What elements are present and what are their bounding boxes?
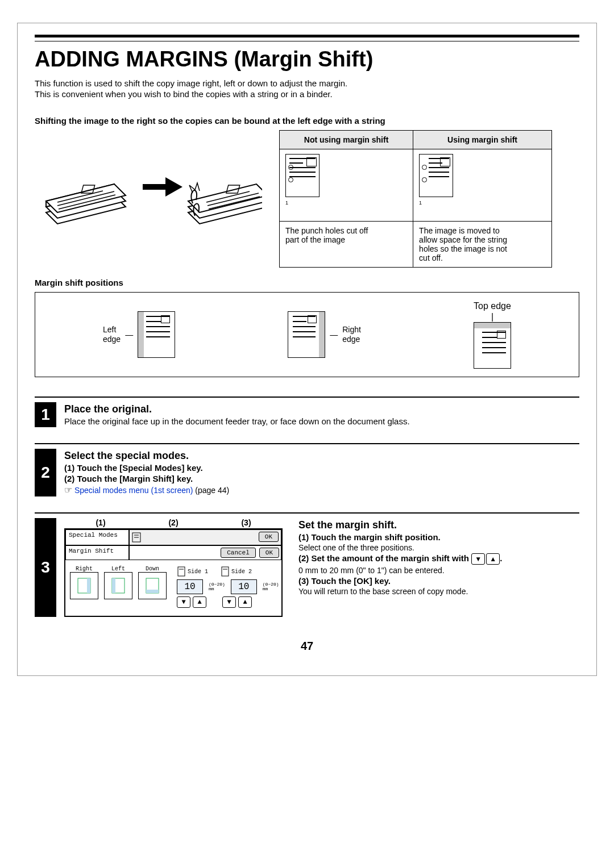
using-caption-l4: cut off. bbox=[419, 253, 443, 262]
pos-doc-right bbox=[288, 311, 325, 358]
callout-3: (3) bbox=[241, 518, 251, 527]
step-1-title: Place the original. bbox=[64, 403, 579, 415]
side2-up-button[interactable]: ▲ bbox=[238, 596, 252, 608]
intro-line-2: This is convenient when you wish to bind… bbox=[35, 89, 579, 99]
pos-right-l2: edge bbox=[342, 335, 360, 344]
doc-icon-with-shift bbox=[419, 154, 453, 197]
pos-doc-top bbox=[474, 322, 511, 369]
step-1-body: Place the original face up in the docume… bbox=[64, 416, 579, 426]
step-2: 2 Select the special modes. (1) Touch th… bbox=[35, 443, 579, 496]
pos-btn-down[interactable] bbox=[138, 572, 167, 599]
ok-top-button[interactable]: OK bbox=[259, 532, 279, 542]
unit2: mm bbox=[263, 586, 268, 591]
side2-down-button[interactable]: ▼ bbox=[222, 596, 236, 608]
page-num-small-2: 1 bbox=[419, 200, 546, 206]
pos-left-l1: Left bbox=[103, 325, 116, 334]
step-3-title: Set the margin shift. bbox=[298, 519, 579, 531]
positions-heading: Margin shift positions bbox=[35, 278, 579, 287]
side2-value: 10 bbox=[231, 579, 257, 594]
step-3: 3 (1) (2) (3) Special Modes OK bbox=[35, 512, 579, 617]
shift-example-heading: Shifting the image to the right so the c… bbox=[35, 116, 579, 126]
step-3-sub2-a: (2) Set the amount of the margin shift w… bbox=[298, 553, 469, 563]
svg-rect-22 bbox=[112, 578, 115, 593]
using-caption-l1: The image is moved to bbox=[419, 226, 500, 235]
intro-line-1: This function is used to shift the copy … bbox=[35, 78, 579, 88]
ok-mid-button[interactable]: OK bbox=[259, 548, 279, 558]
side1-up-button[interactable]: ▲ bbox=[193, 596, 206, 608]
btn-left-label: Left bbox=[104, 566, 132, 572]
step-2-sub2: (2) Touch the [Margin Shift] key. bbox=[64, 474, 579, 483]
step-1-num: 1 bbox=[35, 402, 56, 427]
tab-special-modes[interactable]: Special Modes bbox=[65, 529, 129, 545]
hand-icon: ☞ bbox=[64, 485, 72, 495]
step-3-sub1-body: Select one of the three positions. bbox=[298, 543, 579, 552]
not-using-caption-l1: The punch holes cut off bbox=[285, 226, 368, 235]
side2-label: Side 2 bbox=[231, 569, 252, 575]
special-modes-link[interactable]: Special modes menu (1st screen) bbox=[74, 486, 193, 495]
btn-right-label: Right bbox=[70, 566, 98, 572]
callout-2: (2) bbox=[168, 518, 178, 527]
pos-top: Top edge bbox=[474, 301, 511, 311]
th-using: Using margin shift bbox=[413, 131, 552, 149]
step-3-sub3-body: You will return to the base screen of co… bbox=[298, 587, 579, 596]
page-number: 47 bbox=[35, 640, 579, 653]
svg-rect-24 bbox=[146, 590, 159, 593]
tab-margin-shift[interactable]: Margin Shift bbox=[65, 545, 129, 560]
svg-rect-25 bbox=[178, 567, 185, 576]
unit1: mm bbox=[209, 586, 214, 591]
svg-marker-8 bbox=[143, 177, 182, 197]
using-caption-l3: holes so the image is not bbox=[419, 244, 507, 253]
pos-btn-left[interactable] bbox=[104, 572, 132, 599]
step-3-sub2-b: . bbox=[500, 553, 502, 563]
side1-down-button[interactable]: ▼ bbox=[177, 596, 190, 608]
pos-btn-right[interactable] bbox=[70, 572, 98, 599]
using-caption-l2: allow space for the string bbox=[419, 235, 507, 244]
inline-up-icon: ▲ bbox=[486, 553, 500, 565]
step-3-sub1-title: (1) Touch the margin shift position. bbox=[298, 532, 579, 542]
pos-left-l2: edge bbox=[103, 335, 121, 344]
cancel-button[interactable]: Cancel bbox=[221, 548, 256, 558]
side1-icon bbox=[177, 566, 186, 577]
step-2-num: 2 bbox=[35, 449, 56, 496]
touch-panel: Special Modes OK Margin Shift Cancel OK bbox=[64, 528, 283, 617]
page-num-small: 1 bbox=[285, 200, 407, 206]
inline-down-icon: ▼ bbox=[471, 553, 485, 565]
th-not-using: Not using margin shift bbox=[280, 131, 413, 149]
ref-tail: (page 44) bbox=[193, 486, 229, 495]
step-1: 1 Place the original. Place the original… bbox=[35, 397, 579, 427]
pos-right-l1: Right bbox=[342, 325, 361, 334]
step-2-title: Select the special modes. bbox=[64, 450, 579, 462]
side2-icon bbox=[221, 566, 230, 577]
svg-rect-20 bbox=[87, 578, 90, 593]
step-3-sub3-title: (3) Touch the [OK] key. bbox=[298, 576, 579, 586]
step-2-sub1: (1) Touch the [Special Modes] key. bbox=[64, 463, 579, 473]
step-3-sub2-body: 0 mm to 20 mm (0" to 1") can be entered. bbox=[298, 566, 579, 575]
callout-1: (1) bbox=[96, 518, 105, 527]
doc-icon-no-shift bbox=[285, 154, 320, 197]
btn-down-label: Down bbox=[138, 566, 167, 572]
page-title: ADDING MARGINS (Margin Shift) bbox=[35, 47, 579, 72]
shift-illustration bbox=[35, 130, 262, 232]
not-using-caption-l2: part of the image bbox=[285, 235, 345, 244]
step-3-num: 3 bbox=[35, 518, 56, 617]
side1-value: 10 bbox=[177, 579, 203, 594]
svg-rect-27 bbox=[222, 567, 229, 576]
positions-box: Left edge — — Right edge bbox=[35, 292, 579, 377]
side1-label: Side 1 bbox=[188, 569, 208, 575]
compare-table: Not using margin shift Using margin shif… bbox=[279, 130, 552, 268]
pos-doc-left bbox=[138, 311, 175, 358]
